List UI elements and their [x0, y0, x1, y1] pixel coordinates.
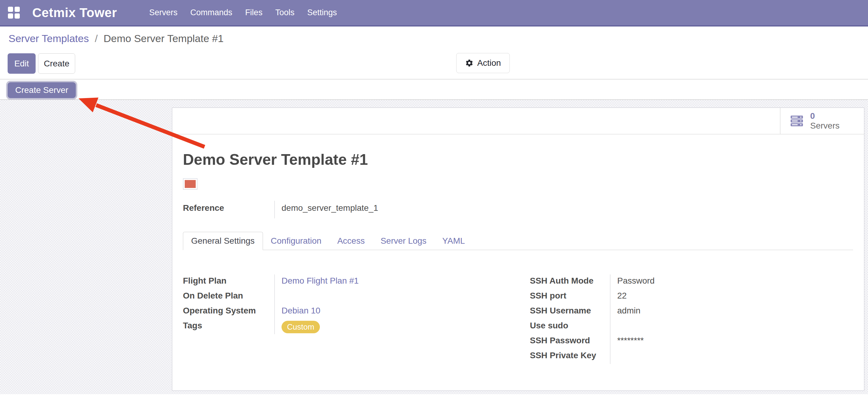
- field-label-ssh-port: SSH port: [530, 289, 610, 304]
- reference-row: Reference demo_server_template_1: [183, 201, 864, 219]
- field-label-use-sudo: Use sudo: [530, 319, 610, 334]
- field-row: SSH Username admin: [530, 304, 852, 319]
- field-label-ssh-password: SSH Password: [530, 334, 610, 349]
- nav-menu: Servers Commands Files Tools Settings: [149, 8, 337, 17]
- field-value-ssh-username: admin: [610, 304, 852, 319]
- tab-configuration[interactable]: Configuration: [263, 232, 330, 250]
- top-nav: Cetmix Tower Servers Commands Files Tool…: [0, 0, 868, 27]
- tab-yaml[interactable]: YAML: [434, 232, 473, 250]
- field-groups: Flight Plan Demo Flight Plan #1 On Delet…: [183, 275, 864, 364]
- stat-count: 0: [810, 111, 839, 121]
- field-label-operating-system: Operating System: [183, 304, 274, 319]
- tab-general-settings[interactable]: General Settings: [183, 232, 263, 250]
- stat-label: Servers: [810, 121, 839, 131]
- field-row: Use sudo: [530, 319, 852, 334]
- action-button-label: Action: [477, 58, 501, 68]
- tab-server-logs[interactable]: Server Logs: [373, 232, 434, 250]
- color-swatch: [183, 178, 197, 190]
- object-buttons-strip: Create Server: [0, 80, 868, 100]
- field-label-ssh-username: SSH Username: [530, 304, 610, 319]
- field-label-on-delete-plan: On Delete Plan: [183, 289, 274, 304]
- form-view-background: 0 Servers Demo Server Template #1 Refere…: [0, 100, 868, 394]
- nav-item-settings[interactable]: Settings: [307, 8, 337, 17]
- field-group-right: SSH Auth Mode Password SSH port 22 SSH U…: [530, 275, 852, 364]
- servers-stat-button[interactable]: 0 Servers: [780, 108, 864, 134]
- field-row: SSH Auth Mode Password: [530, 275, 852, 289]
- breadcrumb-link-server-templates[interactable]: Server Templates: [8, 33, 89, 44]
- field-value-ssh-password: ********: [610, 334, 852, 349]
- field-group-left: Flight Plan Demo Flight Plan #1 On Delet…: [183, 275, 530, 364]
- apps-menu-square: [8, 7, 13, 12]
- field-label-ssh-auth-mode: SSH Auth Mode: [530, 275, 610, 289]
- brand-title[interactable]: Cetmix Tower: [32, 5, 117, 20]
- nav-item-servers[interactable]: Servers: [149, 8, 178, 17]
- field-value-operating-system-link[interactable]: Debian 10: [281, 306, 320, 315]
- nav-item-tools[interactable]: Tools: [275, 8, 294, 17]
- action-button[interactable]: Action: [456, 53, 510, 73]
- apps-menu-square: [8, 13, 13, 19]
- field-value-on-delete-plan: [274, 289, 530, 304]
- control-panel: Server Templates / Demo Server Template …: [0, 27, 868, 80]
- field-label-flight-plan: Flight Plan: [183, 275, 274, 289]
- field-row: On Delete Plan: [183, 289, 530, 304]
- create-server-button[interactable]: Create Server: [8, 82, 76, 98]
- field-row: SSH Private Key: [530, 349, 852, 364]
- apps-menu-icon[interactable]: [8, 7, 20, 19]
- field-label-reference: Reference: [183, 201, 274, 219]
- record-title: Demo Server Template #1: [183, 151, 864, 168]
- field-value-ssh-private-key: [610, 349, 852, 364]
- field-value-ssh-port: 22: [610, 289, 852, 304]
- tab-access[interactable]: Access: [329, 232, 373, 250]
- field-row: SSH Password ********: [530, 334, 852, 349]
- field-row: SSH port 22: [530, 289, 852, 304]
- sheet-body: Demo Server Template #1 Reference demo_s…: [172, 151, 864, 364]
- field-row: Flight Plan Demo Flight Plan #1: [183, 275, 530, 289]
- nav-item-files[interactable]: Files: [245, 8, 262, 17]
- nav-item-commands[interactable]: Commands: [190, 8, 232, 17]
- tag-badge-custom: Custom: [281, 321, 320, 333]
- apps-menu-square: [14, 7, 20, 12]
- breadcrumb: Server Templates / Demo Server Template …: [8, 33, 224, 45]
- notebook-tabs: General Settings Configuration Access Se…: [183, 232, 853, 250]
- breadcrumb-separator: /: [95, 33, 97, 44]
- field-row: Operating System Debian 10: [183, 304, 530, 319]
- field-value-ssh-auth-mode: Password: [610, 275, 852, 289]
- field-value-reference: demo_server_template_1: [274, 201, 378, 219]
- statusbar: 0 Servers: [172, 108, 864, 134]
- edit-button[interactable]: Edit: [8, 53, 36, 74]
- breadcrumb-current: Demo Server Template #1: [103, 33, 223, 44]
- field-label-ssh-private-key: SSH Private Key: [530, 349, 610, 364]
- field-row: Tags Custom: [183, 319, 530, 334]
- field-label-tags: Tags: [183, 319, 274, 334]
- field-value-flight-plan-link[interactable]: Demo Flight Plan #1: [281, 276, 359, 285]
- gear-icon: [465, 59, 473, 67]
- form-sheet: 0 Servers Demo Server Template #1 Refere…: [172, 108, 864, 391]
- apps-menu-square: [14, 13, 20, 19]
- servers-stack-icon: [790, 114, 804, 128]
- color-swatch-value: [185, 180, 196, 188]
- field-value-use-sudo: [610, 319, 852, 334]
- create-button[interactable]: Create: [38, 53, 75, 74]
- stat-text: 0 Servers: [810, 111, 839, 131]
